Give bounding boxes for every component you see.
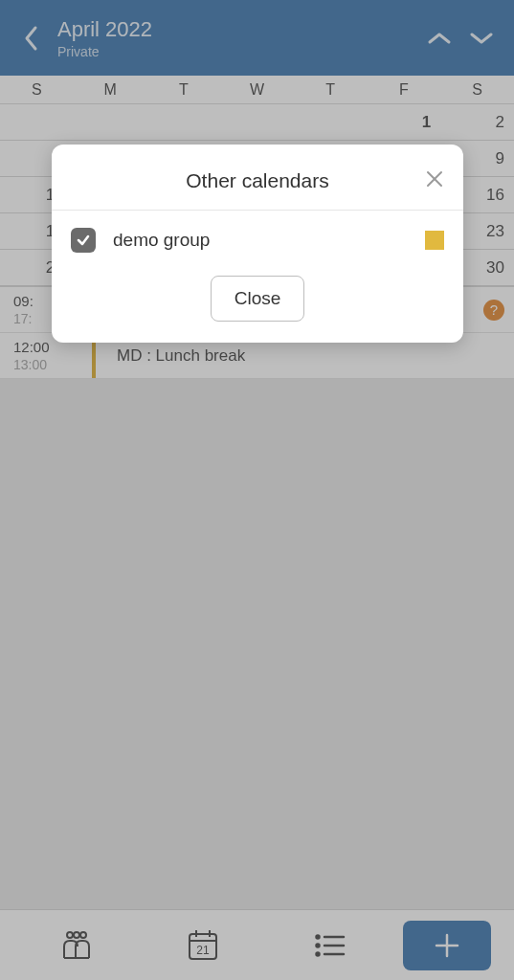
close-icon [425,169,444,189]
calendar-color-swatch [425,231,444,250]
calendar-checkbox[interactable] [71,228,96,253]
other-calendars-modal: Other calendars demo group Close [52,145,463,343]
modal-close-x[interactable] [421,166,448,192]
calendar-option-label: demo group [96,230,425,251]
check-icon [76,233,91,248]
modal-header: Other calendars [52,145,463,211]
close-button[interactable]: Close [211,276,305,322]
calendar-option-row[interactable]: demo group [52,211,463,276]
modal-title: Other calendars [52,169,463,192]
